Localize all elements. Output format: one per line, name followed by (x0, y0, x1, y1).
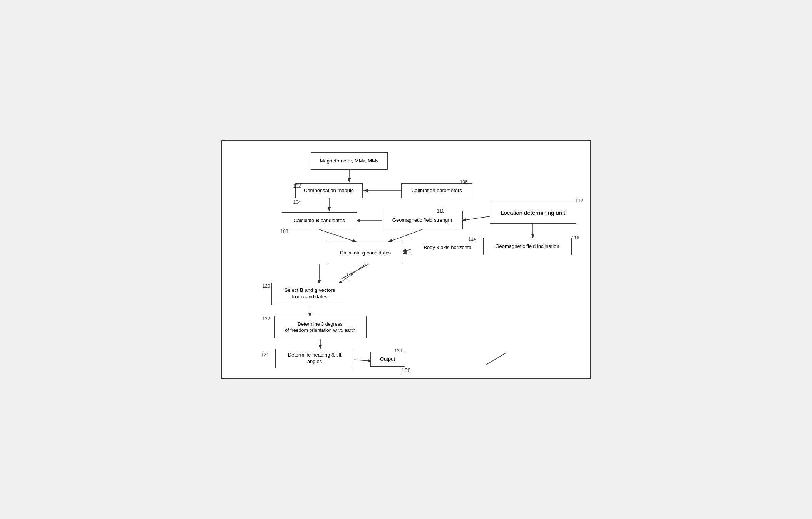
label-110: 110 (437, 208, 445, 214)
flowchart-diagram: Magnetometer, MMx, MMy Compensation modu… (222, 141, 590, 378)
label-114: 114 (469, 236, 476, 242)
label-126: 126 (395, 348, 402, 353)
svg-line-15 (353, 360, 372, 361)
label-120: 120 (263, 283, 270, 289)
label-116: 116 (572, 235, 579, 241)
svg-line-5 (462, 216, 492, 221)
geomag-incl-box: Geomagnetic field inclination (483, 238, 572, 255)
label-104: 104 (293, 199, 301, 205)
label-124: 124 (261, 352, 269, 357)
diagram-page: Magnetometer, MMx, MMy Compensation modu… (221, 140, 591, 379)
body-x-box: Body x-axis horizontal (411, 240, 486, 255)
label-122: 122 (263, 316, 270, 321)
label-108: 108 (281, 229, 288, 234)
tick-line-svg (482, 351, 513, 367)
output-box: Output (370, 352, 405, 367)
svg-line-17 (486, 353, 506, 365)
calc-b-box: Calculate B candidates (282, 212, 357, 229)
calc-g-box: Calculate g candidates (328, 242, 403, 264)
calibration-box: Calibration parameters (401, 183, 472, 198)
figure-label: 100 (402, 367, 410, 373)
label-102: 102 (293, 183, 301, 189)
geomag-strength-box: Geomagnetic field strength (382, 211, 463, 229)
determine-3dof-box: Determine 3 degreesof freedom orientatio… (274, 316, 367, 338)
label-106: 106 (460, 179, 468, 185)
svg-line-16 (342, 264, 368, 279)
determine-heading-box: Determine heading & tiltangles (275, 349, 354, 368)
arrows-svg (222, 141, 590, 378)
compensation-box: Compensation module (295, 183, 363, 198)
magnetometer-box: Magnetometer, MMx, MMy (311, 152, 388, 170)
select-bg-box: Select B and g vectorsfrom candidates (271, 283, 348, 305)
location-unit-box: Location determining unit (490, 202, 576, 224)
svg-line-6 (319, 229, 357, 242)
label-112: 112 (576, 198, 583, 203)
label-118: 118 (346, 272, 354, 277)
